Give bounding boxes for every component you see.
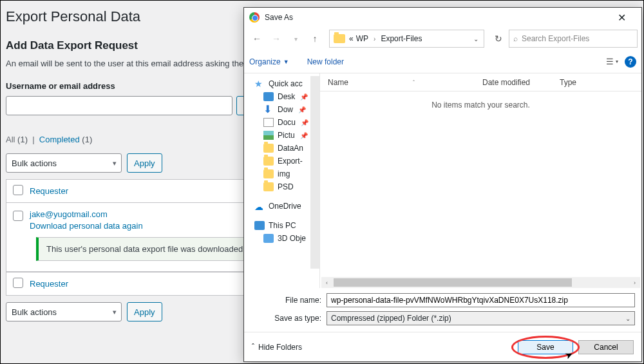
sort-icon: ˆ xyxy=(413,79,415,86)
nav-recent-button[interactable]: ▾ xyxy=(287,30,305,48)
tree-item[interactable]: DataAn xyxy=(244,142,319,155)
tree-item[interactable]: Desk📌 xyxy=(244,90,319,103)
filter-all-count: (1) xyxy=(17,135,28,144)
download-again-link[interactable]: Download personal data again xyxy=(30,221,143,231)
folder-tree[interactable]: ★Quick accDesk📌⬇Dow📌Docu📌Pictu📌DataAnExp… xyxy=(244,73,320,288)
nav-up-button[interactable]: ↑ xyxy=(306,30,324,48)
tree-item[interactable]: ⬇Dow📌 xyxy=(244,103,319,116)
select-all-bottom[interactable] xyxy=(13,278,23,288)
help-icon[interactable]: ? xyxy=(625,56,636,68)
file-name-input[interactable] xyxy=(327,293,635,307)
tree-item[interactable]: img xyxy=(244,168,319,180)
filter-all[interactable]: All xyxy=(6,135,15,144)
column-requester[interactable]: Requester xyxy=(30,186,68,196)
column-requester-bottom[interactable]: Requester xyxy=(30,279,68,289)
breadcrumb[interactable]: « WP › Export-Files ⌄ xyxy=(329,30,484,48)
username-email-input[interactable] xyxy=(6,96,232,115)
column-date[interactable]: Date modified xyxy=(475,78,552,87)
tree-item[interactable]: ★Quick acc xyxy=(244,77,319,90)
folder-icon xyxy=(334,34,345,43)
bulk-actions-top[interactable]: Bulk actions xyxy=(6,153,122,173)
refresh-button[interactable]: ↻ xyxy=(489,30,507,48)
select-all-top[interactable] xyxy=(13,185,23,195)
search-input[interactable]: ⌕ Search Export-Files xyxy=(509,30,638,48)
tree-item[interactable]: 3D Obje xyxy=(244,232,319,245)
nav-back-button[interactable]: ← xyxy=(248,30,266,48)
close-button[interactable]: ✕ xyxy=(607,8,636,27)
empty-message: No items match your search. xyxy=(320,91,641,277)
apply-bottom-button[interactable]: Apply xyxy=(127,302,162,321)
row-checkbox[interactable] xyxy=(13,211,23,221)
column-headers: Nameˆ Date modified Type xyxy=(320,73,641,91)
dialog-title: Save As xyxy=(265,13,293,22)
hide-folders-toggle[interactable]: ˆHide Folders xyxy=(252,343,302,352)
filter-completed-count: (1) xyxy=(82,135,92,144)
tree-item[interactable]: Docu📌 xyxy=(244,116,319,129)
new-folder-button[interactable]: New folder xyxy=(307,57,344,66)
tree-item[interactable]: PSD xyxy=(244,180,319,193)
chevron-down-icon[interactable]: ⌄ xyxy=(473,35,478,43)
breadcrumb-part[interactable]: Export-Files xyxy=(379,34,423,43)
apply-top-button[interactable]: Apply xyxy=(127,153,162,173)
horizontal-scrollbar[interactable]: ‹› xyxy=(320,277,641,288)
chevron-up-icon: ˆ xyxy=(252,343,254,352)
tree-item[interactable]: This PC xyxy=(244,219,319,232)
save-as-type-select[interactable]: Compressed (zipped) Folder (*.zip)⌄ xyxy=(327,311,635,325)
tree-item[interactable]: Pictu📌 xyxy=(244,129,319,142)
save-as-dialog: Save As ✕ ← → ▾ ↑ « WP › Export-Files ⌄ … xyxy=(243,7,642,362)
cancel-button[interactable]: Cancel xyxy=(578,340,634,354)
organize-menu[interactable]: Organize▼ xyxy=(249,57,289,66)
save-button[interactable]: Save xyxy=(518,340,573,354)
requester-email[interactable]: jake@yugotmail.com xyxy=(30,209,143,219)
save-as-type-label: Save as type: xyxy=(251,314,327,323)
file-name-label: File name: xyxy=(251,296,327,305)
column-type[interactable]: Type xyxy=(552,78,584,87)
tree-item[interactable]: ☁OneDrive xyxy=(244,200,319,213)
nav-forward-button[interactable]: → xyxy=(267,30,285,48)
bulk-actions-bottom[interactable]: Bulk actions xyxy=(6,302,122,321)
view-options-button[interactable]: ☰▾ xyxy=(606,57,618,66)
column-name[interactable]: Nameˆ xyxy=(320,78,475,87)
tree-item[interactable]: Export- xyxy=(244,155,319,168)
chrome-icon xyxy=(249,12,260,23)
search-icon: ⌕ xyxy=(513,34,518,43)
filter-completed[interactable]: Completed xyxy=(39,135,80,144)
breadcrumb-part[interactable]: WP xyxy=(355,34,370,43)
